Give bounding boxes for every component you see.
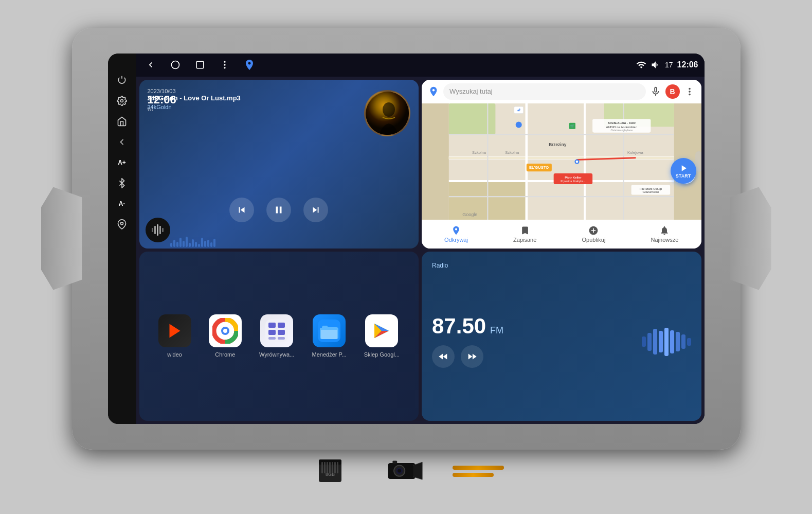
map-footer: Odkrywaj Zapisane Opubliku bbox=[422, 220, 701, 249]
svg-text:Szkolna: Szkolna bbox=[472, 150, 486, 155]
power-button[interactable] bbox=[113, 71, 131, 90]
pry-tool-1 bbox=[453, 466, 504, 470]
svg-text:Szkolna: Szkolna bbox=[505, 150, 519, 155]
apps-card: wideo bbox=[139, 252, 419, 421]
svg-rect-75 bbox=[337, 462, 338, 473]
svg-rect-12 bbox=[159, 226, 161, 234]
prev-button[interactable] bbox=[229, 198, 254, 222]
svg-rect-81 bbox=[392, 461, 397, 464]
start-button-label: START bbox=[676, 173, 691, 179]
maps-settings-icon[interactable] bbox=[684, 86, 695, 97]
map-tab-najnowsze-label: Najnowsze bbox=[651, 237, 679, 243]
pry-tool-2 bbox=[453, 473, 494, 477]
datetime-card: 2023/10/03 12:06 wt bbox=[148, 88, 176, 112]
svg-rect-62 bbox=[278, 330, 285, 335]
status-bar: 17 12:06 bbox=[136, 54, 705, 77]
more-nav-button[interactable] bbox=[216, 57, 233, 73]
home-button[interactable] bbox=[113, 112, 131, 131]
svg-rect-10 bbox=[154, 226, 156, 234]
volume-down-button[interactable]: A- bbox=[113, 194, 131, 213]
sd-card-accessory: 8GB bbox=[314, 456, 355, 487]
svg-text:Ostatnio oglądane: Ostatnio oglądane bbox=[610, 129, 633, 132]
svg-text:Kolejowa: Kolejowa bbox=[627, 150, 643, 155]
radio-forward-button[interactable] bbox=[461, 345, 483, 368]
map-svg: Szkolna Szkolna Kolejowa 🏕 bbox=[422, 103, 701, 220]
recent-nav-button[interactable] bbox=[192, 57, 208, 73]
home-nav-button[interactable] bbox=[167, 57, 184, 73]
map-tab-odkrywaj-label: Odkrywaj bbox=[444, 237, 468, 243]
radio-title: Radio bbox=[432, 262, 691, 269]
album-art-silhouette bbox=[366, 92, 410, 136]
music-controls bbox=[148, 191, 411, 222]
location-button[interactable] bbox=[113, 215, 131, 234]
svg-text:🛒: 🛒 bbox=[570, 123, 575, 128]
clock: 12:06 bbox=[677, 60, 698, 69]
radio-controls bbox=[432, 345, 503, 368]
svg-text:Google: Google bbox=[462, 211, 477, 217]
svg-text:Fliz-Mark Usługi: Fliz-Mark Usługi bbox=[640, 187, 662, 190]
svg-text:Piotr Keller: Piotr Keller bbox=[565, 175, 582, 179]
music-title: 24kGoldn - Love Or Lust.mp3 bbox=[148, 94, 356, 102]
svg-rect-9 bbox=[152, 228, 153, 232]
app-play-store[interactable]: Sklep Googl... bbox=[364, 314, 400, 358]
map-search-bar[interactable]: Wyszukaj tutaj bbox=[443, 83, 646, 100]
pause-button[interactable] bbox=[266, 198, 291, 222]
svg-point-0 bbox=[121, 99, 123, 102]
svg-rect-13 bbox=[162, 228, 164, 232]
svg-rect-69 bbox=[321, 462, 323, 473]
svg-rect-59 bbox=[268, 323, 276, 328]
camera-accessory bbox=[386, 456, 427, 487]
day-text: wt bbox=[148, 105, 176, 112]
svg-text:8GB: 8GB bbox=[325, 472, 334, 477]
maps-nav-button[interactable] bbox=[241, 57, 258, 73]
chrome-app-icon bbox=[209, 314, 242, 347]
search-placeholder: Wyszukaj tutaj bbox=[449, 87, 493, 95]
svg-text:EL'GUSTO: EL'GUSTO bbox=[529, 165, 549, 169]
radio-freq-number: 87.50 bbox=[432, 315, 486, 337]
accessories: 8GB bbox=[314, 456, 499, 487]
radio-card: Radio 87.50 FM bbox=[422, 252, 701, 421]
next-button[interactable] bbox=[303, 198, 328, 222]
settings-button[interactable] bbox=[113, 92, 131, 110]
volume-up-button[interactable]: A+ bbox=[113, 153, 131, 172]
svg-text:Strefa Audio - CAR: Strefa Audio - CAR bbox=[608, 121, 636, 125]
svg-text:Prywatna Praktyka...: Prywatna Praktyka... bbox=[561, 179, 585, 182]
music-top-row: 24kGoldn - Love Or Lust.mp3 24kGoldn bbox=[148, 90, 411, 136]
maps-logo-icon bbox=[428, 86, 439, 97]
time-display: 12:06 bbox=[148, 94, 176, 105]
screen-bezel: MIC RST bbox=[108, 54, 705, 424]
start-navigation-button[interactable]: START bbox=[671, 158, 696, 184]
svg-rect-11 bbox=[157, 224, 158, 236]
app-file-manager[interactable]: Menedżer P... bbox=[312, 314, 347, 358]
app-equalizer[interactable]: Wyrównywa... bbox=[259, 314, 294, 358]
side-controls: A+ A- bbox=[108, 54, 136, 424]
svg-text:AUDIO na Androidzie !: AUDIO na Androidzie ! bbox=[606, 125, 637, 128]
map-tab-zapisane[interactable]: Zapisane bbox=[513, 225, 536, 243]
map-tab-opublikuj[interactable]: Opublikuj bbox=[582, 225, 606, 243]
back-nav-button[interactable] bbox=[142, 57, 159, 73]
svg-text:🏕: 🏕 bbox=[517, 108, 521, 112]
radio-body: 87.50 FM bbox=[432, 273, 691, 411]
back-button[interactable] bbox=[113, 133, 131, 151]
profile-avatar[interactable]: B bbox=[665, 84, 680, 99]
svg-rect-61 bbox=[268, 330, 276, 335]
video-app-icon bbox=[158, 314, 191, 347]
map-tab-odkrywaj[interactable]: Odkrywaj bbox=[444, 225, 468, 243]
radio-rewind-button[interactable] bbox=[432, 345, 455, 368]
svg-point-57 bbox=[223, 329, 227, 333]
car-unit: MIC RST bbox=[72, 28, 741, 450]
app-video[interactable]: wideo bbox=[158, 314, 191, 358]
bluetooth-button[interactable] bbox=[113, 174, 131, 192]
radio-freq-unit: FM bbox=[490, 325, 503, 336]
svg-point-80 bbox=[398, 469, 401, 473]
app-chrome[interactable]: Chrome bbox=[209, 314, 242, 358]
map-tab-najnowsze[interactable]: Najnowsze bbox=[651, 225, 679, 243]
music-artist: 24kGoldn bbox=[148, 104, 356, 110]
radio-visualizer bbox=[642, 326, 691, 357]
mic-icon[interactable] bbox=[650, 86, 661, 97]
equalizer-app-icon bbox=[260, 314, 293, 347]
audio-viz-icon bbox=[146, 218, 170, 242]
svg-point-5 bbox=[224, 64, 225, 65]
svg-point-2 bbox=[171, 61, 179, 69]
album-art bbox=[364, 90, 410, 136]
